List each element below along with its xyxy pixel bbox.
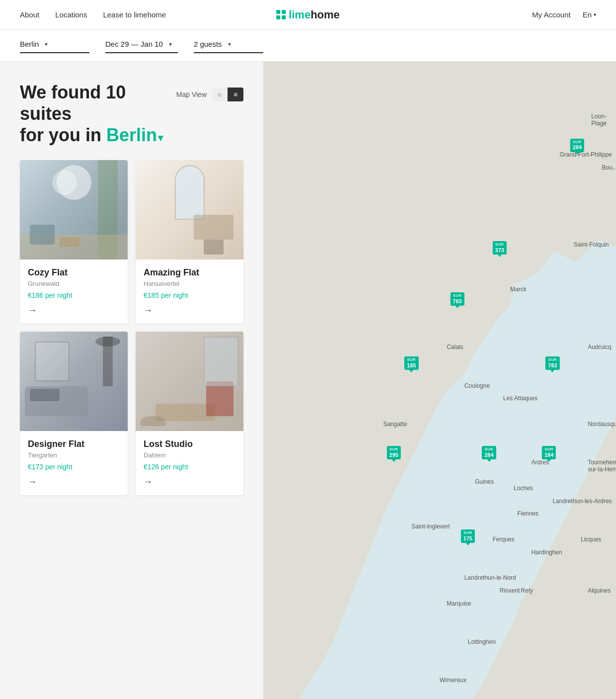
card-title: Lost Studio — [144, 439, 235, 449]
card-arrow[interactable]: → — [144, 477, 235, 487]
card-arrow[interactable]: → — [144, 305, 235, 316]
results-subheadline: for you in — [20, 125, 101, 145]
listings-panel: We found 10 suites for you in Berlin▾ Ma… — [0, 62, 263, 699]
logo-text: limehome — [289, 8, 340, 21]
map-pin-8[interactable]: EUR175 — [461, 529, 475, 543]
results-title: We found 10 suites for you in Berlin▾ — [20, 82, 176, 146]
location-field[interactable]: Berlin ▾ — [20, 38, 89, 53]
dates-chevron: ▾ — [169, 41, 172, 48]
card-arrow[interactable]: → — [28, 477, 120, 487]
logo[interactable]: limehome — [276, 8, 340, 21]
map-background: EUR284EUR373EUR783EUR185EUR783EUR295EUR2… — [263, 62, 616, 699]
cards-grid: Cozy FlatGrunewald€186 per night→Amazing… — [20, 160, 243, 495]
card-img-cozy-flat — [20, 160, 128, 260]
map-view-toggle: Map View ○ ≡ — [176, 87, 243, 101]
guests-chevron: ▾ — [228, 41, 231, 48]
card-title: Designer Flat — [28, 439, 120, 449]
card-neighborhood: Tiergarten — [28, 451, 120, 459]
card-arrow[interactable]: → — [28, 305, 120, 316]
toggle-switch: ○ ≡ — [212, 87, 243, 101]
card-price: €185 per night — [144, 291, 235, 299]
dates-field[interactable]: Dec 29 — Jan 10 ▾ — [105, 38, 178, 53]
map-pin-5[interactable]: EUR295 — [387, 446, 401, 459]
guests-field[interactable]: 2 guests ▾ — [194, 38, 263, 53]
map-panel[interactable]: EUR284EUR373EUR783EUR185EUR783EUR295EUR2… — [263, 62, 616, 699]
dates-value: Dec 29 — Jan 10 — [105, 40, 163, 48]
location-chevron: ▾ — [45, 41, 48, 48]
guests-value: 2 guests — [194, 40, 222, 48]
navbar: About Locations Lease to limehome limeho… — [0, 0, 616, 30]
map-pin-1[interactable]: EUR373 — [493, 241, 507, 255]
language-selector[interactable]: En ▾ — [583, 10, 596, 19]
card-img-lost-studio — [136, 332, 243, 431]
nav-lease[interactable]: Lease to limehome — [103, 10, 166, 19]
card-price: €186 per night — [28, 291, 120, 299]
results-header: We found 10 suites for you in Berlin▾ Ma… — [20, 82, 243, 146]
map-pin-4[interactable]: EUR783 — [545, 356, 559, 370]
map-svg — [263, 62, 616, 699]
card-price: €126 per night — [144, 463, 235, 471]
results-headline: We found 10 suites — [20, 82, 126, 124]
card-title: Cozy Flat — [28, 267, 120, 278]
results-city: Berlin — [106, 125, 157, 145]
card-img-amazing-flat — [136, 160, 243, 260]
map-pin-7[interactable]: EUR184 — [542, 446, 556, 459]
card-title: Amazing Flat — [144, 267, 235, 278]
map-pin-2[interactable]: EUR783 — [450, 292, 464, 306]
map-pin-6[interactable]: EUR284 — [482, 446, 496, 459]
nav-locations[interactable]: Locations — [55, 10, 87, 19]
search-bar: Berlin ▾ Dec 29 — Jan 10 ▾ 2 guests ▾ — [0, 30, 616, 62]
card-amazing-flat[interactable]: Amazing FlatHansaivertel€185 per night→ — [136, 160, 243, 324]
logo-icon — [276, 10, 286, 19]
main-content: We found 10 suites for you in Berlin▾ Ma… — [0, 62, 616, 699]
results-title-block: We found 10 suites for you in Berlin▾ — [20, 82, 176, 146]
city-arrow[interactable]: ▾ — [158, 132, 163, 143]
map-view-label: Map View — [176, 90, 207, 98]
nav-right: My Account En ▾ — [532, 10, 596, 19]
card-price: €173 per night — [28, 463, 120, 471]
nav-about[interactable]: About — [20, 10, 39, 19]
location-value: Berlin — [20, 40, 39, 48]
card-img-designer-flat — [20, 332, 128, 431]
card-cozy-flat[interactable]: Cozy FlatGrunewald€186 per night→ — [20, 160, 128, 324]
card-neighborhood: Dahlem — [144, 451, 235, 459]
card-designer-flat[interactable]: Designer FlatTiergarten€173 per night→ — [20, 332, 128, 495]
card-lost-studio[interactable]: Lost StudioDahlem€126 per night→ — [136, 332, 243, 495]
nav-my-account[interactable]: My Account — [532, 10, 571, 19]
lang-chevron: ▾ — [594, 12, 596, 17]
card-neighborhood: Grunewald — [28, 280, 120, 287]
toggle-map-btn[interactable]: ○ — [212, 87, 228, 101]
toggle-list-btn[interactable]: ≡ — [228, 87, 243, 101]
map-pin-0[interactable]: EUR284 — [570, 139, 584, 152]
map-pin-3[interactable]: EUR185 — [404, 356, 418, 370]
nav-left: About Locations Lease to limehome — [20, 10, 166, 19]
card-neighborhood: Hansaivertel — [144, 280, 235, 287]
